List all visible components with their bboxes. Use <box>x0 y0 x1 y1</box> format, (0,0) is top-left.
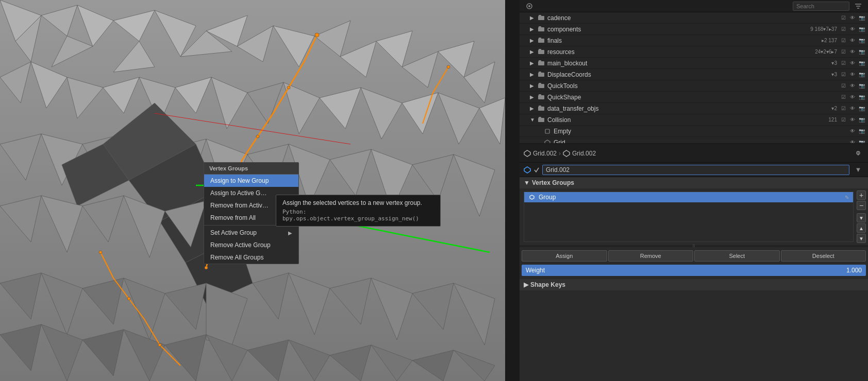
svg-point-83 <box>205 266 208 269</box>
outliner-item-quicktools[interactable]: ▶ QuickTools ☑ 👁 📷 <box>520 80 868 92</box>
object-name-bar: ▼ <box>520 163 868 177</box>
collection-icon <box>537 48 545 56</box>
move-up-button[interactable]: ▲ <box>857 223 866 233</box>
move-down-button[interactable]: ▼ <box>857 234 866 243</box>
render-icon[interactable]: 📷 <box>858 82 866 90</box>
outliner-item-count: ▾2 <box>831 106 837 111</box>
outliner-item-collision[interactable]: ▼ Collision 121 ☑ 👁 📷 <box>520 114 868 126</box>
svg-point-86 <box>158 343 161 347</box>
vertex-group-item[interactable]: Group ✎ <box>524 192 853 202</box>
select-button[interactable]: Select <box>694 250 780 262</box>
render-icon[interactable]: 📷 <box>858 105 866 113</box>
hide-icon[interactable]: 👁 <box>848 25 857 33</box>
outliner-item-empty[interactable]: Empty 👁 📷 <box>520 126 868 137</box>
hide-icon[interactable]: 👁 <box>848 138 857 145</box>
svg-rect-131 <box>538 84 544 88</box>
svg-marker-140 <box>545 140 550 145</box>
outliner-filter-icon[interactable] <box>853 1 864 12</box>
vertex-group-options-button[interactable]: ▼ <box>857 213 866 222</box>
deselect-button[interactable]: Deselect <box>781 250 866 262</box>
pin-icon[interactable] <box>853 148 864 159</box>
context-menu-item-remove-active-group[interactable]: Remove Active Group <box>204 239 298 251</box>
resize-handle[interactable]: ⠿ <box>520 245 868 247</box>
render-icon[interactable]: 📷 <box>858 93 866 101</box>
outliner-item-label: data_transfer_objs <box>547 105 831 112</box>
outliner-item-resources[interactable]: ▶ resources 24▾2▾6▸7 ☑ 👁 📷 <box>520 46 868 58</box>
render-icon[interactable]: 📷 <box>858 37 866 45</box>
outliner-item-grid[interactable]: Grid 👁 📷 <box>520 137 868 144</box>
checkbox-icon[interactable]: ☑ <box>839 25 847 33</box>
hide-icon[interactable]: 👁 <box>848 93 857 101</box>
svg-rect-123 <box>538 39 544 43</box>
outliner-item-cadence[interactable]: ▶ cadence ☑ 👁 📷 <box>520 12 868 24</box>
weight-field[interactable]: Weight 1.000 <box>522 265 866 276</box>
outliner-item-displacecoords[interactable]: ▶ DisplaceCoords ▾3 ☑ 👁 📷 <box>520 69 868 80</box>
checkbox-icon[interactable]: ☑ <box>839 59 847 67</box>
outliner-right-icons: 👁 📷 <box>848 138 866 145</box>
outliner-item-count: ▸2 137 <box>822 38 837 43</box>
render-icon[interactable]: 📷 <box>858 138 866 145</box>
outliner-item-finals[interactable]: ▶ finals ▸2 137 ☑ 👁 📷 <box>520 35 868 46</box>
checkbox-icon[interactable]: ☑ <box>839 82 847 90</box>
expand-icon: ▶ <box>530 49 537 55</box>
object-name-options-icon[interactable]: ▼ <box>853 164 864 176</box>
object-data-icon <box>524 166 531 174</box>
checkbox-icon[interactable]: ☑ <box>839 14 847 22</box>
render-icon[interactable]: 📷 <box>858 14 866 22</box>
checkbox-icon[interactable]: ☑ <box>839 105 847 113</box>
hide-icon[interactable]: 👁 <box>848 105 857 113</box>
vertex-groups-section-header[interactable]: ▼ Vertex Groups <box>520 177 868 188</box>
vertex-groups-label: Vertex Groups <box>532 179 574 186</box>
hide-icon[interactable]: 👁 <box>848 71 857 79</box>
render-icon[interactable]: 📷 <box>858 127 866 135</box>
viewport[interactable]: Vertex Groups Assign to New Group Assign… <box>0 0 505 381</box>
outliner-settings-icon[interactable] <box>524 1 535 12</box>
svg-rect-125 <box>538 50 544 54</box>
object-name-input[interactable] <box>542 165 849 175</box>
hide-icon[interactable]: 👁 <box>848 48 857 56</box>
checkbox-icon[interactable]: ☑ <box>839 93 847 101</box>
checkbox-icon[interactable]: ☑ <box>839 48 847 56</box>
hide-icon[interactable]: 👁 <box>848 37 857 45</box>
render-icon[interactable]: 📷 <box>858 48 866 56</box>
svg-marker-147 <box>530 195 534 199</box>
hide-icon[interactable]: 👁 <box>848 59 857 67</box>
render-icon[interactable]: 📷 <box>858 71 866 79</box>
svg-point-81 <box>256 135 259 138</box>
add-vertex-group-button[interactable]: + <box>857 190 866 200</box>
outliner-item-components[interactable]: ▶ components 9 168▾7▸37 ☑ 👁 📷 <box>520 24 868 35</box>
outliner-item-label: QuickTools <box>547 82 839 90</box>
outliner-item-count: 9 168▾7▸37 <box>810 26 837 32</box>
checkbox-icon[interactable]: ☑ <box>839 37 847 45</box>
tooltip-python: Python: bpy.ops.object.vertex_group_assi… <box>282 209 434 222</box>
svg-rect-129 <box>538 73 544 77</box>
svg-rect-127 <box>538 61 544 65</box>
context-menu-item-assign-new[interactable]: Assign to New Group <box>204 175 298 187</box>
expand-icon: ▶ <box>530 26 537 32</box>
outliner-item-data-transfer[interactable]: ▶ data_transfer_objs ▾2 ☑ 👁 📷 <box>520 103 868 114</box>
outliner-right-icons: ☑ 👁 📷 <box>839 37 866 45</box>
svg-rect-137 <box>538 118 544 122</box>
vertex-group-edit-icon[interactable]: ✎ <box>845 195 849 200</box>
hide-icon[interactable]: 👁 <box>848 82 857 90</box>
render-icon[interactable]: 📷 <box>858 59 866 67</box>
hide-icon[interactable]: 👁 <box>848 14 857 22</box>
outliner-item-quickshape[interactable]: ▶ QuickShape ☑ 👁 📷 <box>520 92 868 103</box>
collection-icon <box>537 59 545 67</box>
outliner-search-input[interactable] <box>793 2 849 11</box>
remove-vertex-group-button[interactable]: − <box>857 201 866 210</box>
checkbox-icon[interactable]: ☑ <box>839 116 847 124</box>
remove-button[interactable]: Remove <box>608 250 694 262</box>
shape-keys-header[interactable]: ▶ Shape Keys <box>520 279 868 290</box>
outliner-item-label: resources <box>547 48 815 56</box>
checkbox-icon[interactable]: ☑ <box>839 71 847 79</box>
render-icon[interactable]: 📷 <box>858 116 866 124</box>
assign-button[interactable]: Assign <box>522 250 607 262</box>
context-menu-item-remove-all-groups[interactable]: Remove All Groups <box>204 251 298 264</box>
context-menu-item-set-active[interactable]: Set Active Group ▶ <box>204 227 298 239</box>
render-icon[interactable]: 📷 <box>858 25 866 33</box>
svg-marker-146 <box>524 167 530 173</box>
outliner-item-main-blockout[interactable]: ▶ main_blockout ▾3 ☑ 👁 📷 <box>520 58 868 69</box>
hide-icon[interactable]: 👁 <box>848 127 857 135</box>
hide-icon[interactable]: 👁 <box>848 116 857 124</box>
